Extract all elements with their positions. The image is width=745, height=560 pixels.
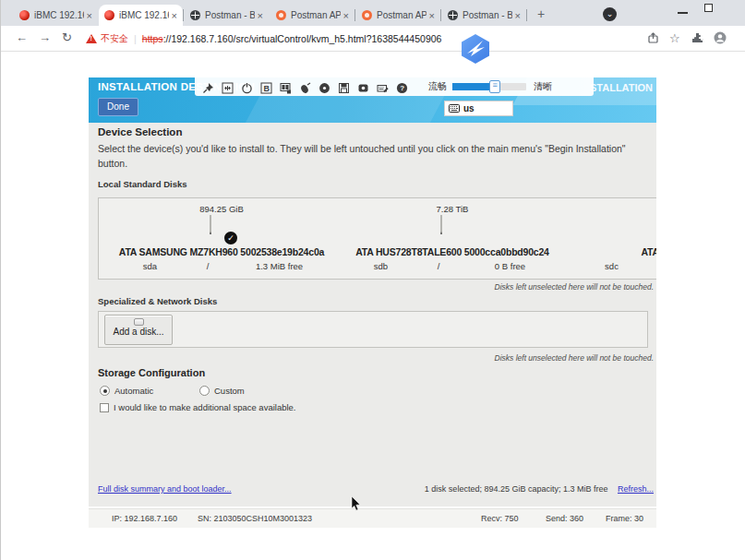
full-disk-summary-link[interactable]: Full disk summary and boot loader... [98,484,232,494]
quality-slider-handle[interactable] [489,80,500,93]
url-field[interactable]: 不安全 | https ://192.168.7.160/src/virtual… [86,32,441,45]
url-scheme: https [142,33,163,44]
status-ip: IP: 192.168.7.160 [112,514,177,523]
tab-divider [440,9,441,21]
svg-text:B: B [264,84,270,93]
ibmc-favicon [104,10,114,20]
svg-text:?: ? [400,84,404,92]
radio-automatic[interactable] [100,386,110,396]
local-disks-header: Local Standard Disks [98,179,187,189]
installer-title-right: STALLATION [590,82,653,93]
tab-label: Postman API Platfo [377,10,427,20]
radio-custom[interactable] [199,386,210,396]
kvm-status-bar: IP: 192.168.7.160 SN: 2103050CSH10M30013… [89,508,656,528]
mouse-cursor-icon [351,496,361,515]
selection-summary-text: 1 disk selected; 894.25 GiB capacity; 1.… [425,484,608,494]
disk-size: 7.28 TiB [437,204,469,214]
disk-free: 0 B free [452,261,568,271]
mouse-icon[interactable] [299,81,311,93]
tab-close-icon[interactable]: × [515,10,521,21]
checkbox-additional-space-label: I would like to make additional space av… [114,402,296,412]
disk-name: ATA SAMSUNG MZ7KH960 5002538e19b24c0a [119,246,324,257]
status-sn: SN: 2103050CSH10M3001323 [198,514,312,523]
floppy-save-icon[interactable] [338,81,350,93]
tab-postman-browse-1[interactable]: Postman - Browse × [185,5,269,26]
device-selection-header: Device Selection [98,126,182,137]
add-disk-button[interactable]: Add a disk... [104,315,173,345]
device-selection-description: Select the device(s) you'd like to insta… [98,141,648,172]
forward-button[interactable]: → [39,30,51,44]
url-divider: | [134,33,137,44]
installer-content: Device Selection Select the device(s) yo… [89,123,656,503]
tab-label: Postman API Platfo [291,10,341,20]
disk-sdc[interactable]: 7 ATA HUS728T8TAL sdc [568,204,656,279]
tab-divider [183,9,184,21]
download-helper-badge-icon[interactable] [459,33,492,65]
disk-icon [440,216,464,244]
refresh-link[interactable]: Refresh... [618,484,654,494]
tab-ibmc-1[interactable]: iBMC 192.168.7.16 × [14,5,98,26]
back-button[interactable]: ← [16,30,28,44]
pin-icon[interactable] [202,81,214,93]
disk-sda[interactable]: 894.25 GiB ✓ ATA SAMSUNG MZ7KH960 500253… [106,204,337,279]
postman-favicon [362,10,372,20]
checkbox-additional-space[interactable] [100,403,109,412]
soft-keyboard-icon[interactable] [377,81,389,93]
tab-close-icon[interactable]: × [429,10,435,21]
new-tab-button[interactable]: + [532,6,550,24]
tab-ibmc-2-active[interactable]: iBMC 192.168.7.16 × [99,5,183,26]
security-warning-icon [86,34,97,43]
address-bar: ← → ↻ 不安全 | https ://192.168.7.160/src/v… [1,26,745,52]
radio-automatic-label: Automatic [114,386,188,396]
help-icon[interactable]: ? [396,81,408,93]
disk-selected-check-icon: ✓ [224,232,237,244]
media-controls-icon[interactable]: ⌄ [603,7,617,21]
share-icon[interactable] [647,31,659,48]
extensions-puzzle-icon[interactable] [691,31,703,48]
bookmark-star-icon[interactable]: ☆ [669,31,680,45]
keyboard-layout-label: us [463,103,475,113]
small-disk-icon [134,318,144,326]
network-disks-header: Specialized & Network Disks [98,296,217,306]
tab-postman-api-2[interactable]: Postman API Platfo × [356,5,440,26]
fullscreen-icon[interactable] [222,81,234,93]
selection-summary: 1 disk selected; 894.25 GiB capacity; 1.… [425,484,654,494]
screen-split-icon[interactable] [280,81,292,93]
postman-favicon [276,10,286,20]
reload-button[interactable]: ↻ [62,30,72,44]
power-icon[interactable] [241,81,253,93]
tab-postman-browse-2[interactable]: Postman - Browse × [442,5,526,26]
keyboard-icon [449,104,460,113]
keyboard-layout-indicator[interactable]: us [444,101,513,116]
disc-icon[interactable] [318,81,330,93]
disk-dev: sda [106,261,194,271]
status-recv: Recv: 750 [481,514,519,523]
display-record-icon[interactable] [357,81,369,93]
tab-close-icon[interactable]: × [343,10,349,21]
tab-label: iBMC 192.168.7.16 [119,10,169,20]
tab-postman-api-1[interactable]: Postman API Platfo × [270,5,354,26]
tab-close-icon[interactable]: × [258,10,263,21]
network-disks-panel: Add a disk... [98,311,648,348]
url-text: ://192.168.7.160/src/virtualControl/kvm_… [163,33,442,44]
disk-free: 1.3 MiB free [222,261,337,271]
browser-window: iBMC 192.168.7.16 × iBMC 192.168.7.16 × … [0,0,745,560]
tab-close-icon[interactable]: × [87,10,92,21]
disk-mount [655,261,656,271]
status-send: Send: 360 [546,514,583,523]
profile-avatar-icon[interactable] [714,31,727,48]
globe-favicon [190,10,200,20]
kvm-remote-screen[interactable]: INSTALLATION DESTINATION STALLATION Done… [89,77,656,506]
quality-slider[interactable] [452,83,526,90]
disk-name: ATA HUS728T8TALE600 5000cca0bbd90c24 [355,246,549,257]
disk-mount: / [194,261,222,271]
done-button[interactable]: Done [98,98,138,116]
quality-smooth-label: 流畅 [428,80,447,93]
disk-dev: sdc [568,261,655,271]
disk-sdb[interactable]: 7.28 TiB ATA HUS728T8TALE600 5000cca0bbd… [337,204,568,279]
ibmc-favicon [19,10,30,20]
maximize-button[interactable] [704,4,713,12]
minimize-button[interactable] [678,12,688,14]
tab-close-icon[interactable]: × [172,10,177,21]
keyboard-b-icon[interactable]: B [260,81,272,93]
